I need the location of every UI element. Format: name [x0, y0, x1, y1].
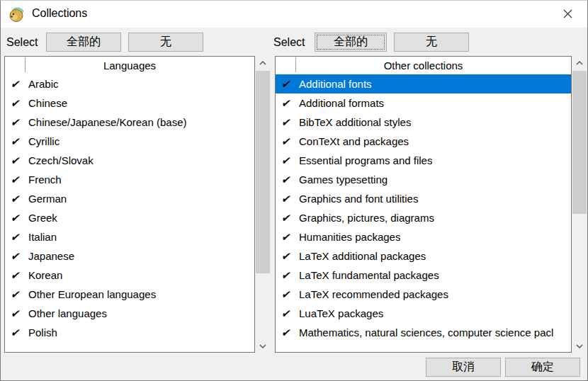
- list-row[interactable]: ✔ Cyrillic: [5, 132, 254, 151]
- right-select-all-button[interactable]: 全部的: [315, 33, 387, 52]
- window-title: Collections: [32, 7, 87, 20]
- left-select-none-button[interactable]: 无: [128, 33, 203, 52]
- scroll-up-icon[interactable]: [255, 56, 271, 69]
- list-row[interactable]: ✔ Graphics, pictures, diagrams: [276, 208, 571, 227]
- close-button[interactable]: [552, 1, 583, 26]
- check-icon: ✔: [5, 135, 25, 148]
- row-label: LaTeX fundamental packages: [295, 269, 439, 281]
- check-icon: ✔: [5, 231, 25, 244]
- check-icon: ✔: [276, 307, 295, 320]
- row-label: Mathematics, natural sciences, computer …: [295, 326, 553, 339]
- list-row[interactable]: ✔ Additional formats: [276, 93, 571, 113]
- scroll-up-icon[interactable]: [572, 56, 587, 69]
- list-row[interactable]: ✔ LaTeX recommended packages: [276, 285, 571, 304]
- row-label: German: [25, 193, 67, 205]
- list-row[interactable]: ✔ Essential programs and files: [276, 151, 571, 170]
- other-collections-scrollbar[interactable]: [572, 56, 587, 353]
- check-icon: ✔: [5, 193, 25, 205]
- other-collections-list: Other collections ✔ Additional fonts ✔ A…: [275, 56, 572, 353]
- check-icon: ✔: [5, 250, 25, 263]
- list-row[interactable]: ✔ Other languages: [5, 304, 254, 323]
- scrollbar-thumb[interactable]: [572, 71, 587, 214]
- row-label: Cyrillic: [25, 135, 60, 147]
- check-icon: ✔: [276, 269, 295, 282]
- other-collections-header-label: Other collections: [276, 59, 571, 72]
- list-row[interactable]: ✔ Greek: [5, 208, 254, 227]
- left-select-label: Select: [6, 36, 38, 49]
- left-select-all-button[interactable]: 全部的: [46, 33, 121, 52]
- row-label: LuaTeX packages: [295, 307, 383, 319]
- row-label: Graphics, pictures, diagrams: [295, 212, 434, 224]
- row-label: LaTeX recommended packages: [295, 288, 448, 300]
- list-row[interactable]: ✔ LaTeX fundamental packages: [276, 266, 571, 285]
- languages-header-label: Languages: [5, 59, 254, 72]
- title-bar: Collections: [1, 1, 587, 28]
- list-row[interactable]: ✔ Polish: [5, 323, 254, 342]
- texlive-lion-icon: [8, 6, 26, 23]
- list-row[interactable]: ✔ French: [5, 170, 254, 189]
- languages-scrollbar[interactable]: [255, 56, 271, 353]
- check-icon: ✔: [276, 212, 295, 224]
- row-label: Chinese/Japanese/Korean (base): [25, 116, 186, 128]
- scrollbar-thumb[interactable]: [256, 71, 270, 273]
- row-label: Other languages: [25, 307, 107, 319]
- scroll-down-icon[interactable]: [572, 339, 587, 353]
- close-icon: [563, 9, 572, 18]
- row-label: Polish: [25, 326, 57, 339]
- check-icon: ✔: [276, 231, 295, 244]
- list-row[interactable]: ✔ Japanese: [5, 246, 254, 266]
- list-row[interactable]: ✔ Arabic: [5, 74, 254, 93]
- list-row[interactable]: ✔ Chinese: [5, 93, 254, 113]
- list-row[interactable]: ✔ Italian: [5, 227, 254, 246]
- row-label: Czech/Slovak: [25, 154, 94, 166]
- list-row[interactable]: ✔ Korean: [5, 266, 254, 285]
- check-icon: ✔: [276, 154, 295, 167]
- check-icon: ✔: [276, 135, 295, 148]
- list-row[interactable]: ✔ Mathematics, natural sciences, compute…: [276, 323, 571, 342]
- list-row[interactable]: ✔ ConTeXt and packages: [276, 132, 571, 151]
- column-separator: [25, 57, 26, 72]
- list-row[interactable]: ✔ LuaTeX packages: [276, 304, 571, 323]
- row-label: Arabic: [25, 78, 59, 90]
- check-icon: ✔: [5, 212, 25, 224]
- row-label: BibTeX additional styles: [295, 116, 411, 128]
- right-select-none-button[interactable]: 无: [394, 33, 469, 52]
- check-icon: ✔: [276, 193, 295, 205]
- row-label: Games typesetting: [295, 174, 388, 186]
- check-icon: ✔: [5, 97, 25, 110]
- row-label: Korean: [25, 269, 62, 281]
- list-row[interactable]: ✔ Chinese/Japanese/Korean (base): [5, 113, 254, 132]
- check-icon: ✔: [276, 97, 295, 110]
- list-row[interactable]: ✔ Games typesetting: [276, 170, 571, 189]
- row-label: Greek: [25, 212, 57, 224]
- scroll-down-icon[interactable]: [255, 339, 271, 353]
- check-icon: ✔: [5, 288, 25, 301]
- right-select-label: Select: [273, 36, 305, 49]
- languages-list: Languages ✔ Arabic ✔ Chinese ✔ Chinese/J…: [4, 56, 255, 353]
- collections-dialog: Collections Select 全部的 无 Select 全部的 无 La…: [0, 0, 588, 381]
- check-icon: ✔: [5, 78, 25, 91]
- row-label: Graphics and font utilities: [295, 193, 418, 205]
- check-icon: ✔: [276, 116, 295, 129]
- list-row[interactable]: ✔ Czech/Slovak: [5, 151, 254, 170]
- check-icon: ✔: [276, 288, 295, 301]
- check-icon: ✔: [5, 269, 25, 282]
- list-row[interactable]: ✔ Graphics and font utilities: [276, 189, 571, 208]
- row-label: Japanese: [25, 250, 74, 262]
- row-label: Italian: [25, 231, 57, 243]
- list-row[interactable]: ✔ BibTeX additional styles: [276, 113, 571, 132]
- list-row[interactable]: ✔ Additional fonts: [276, 74, 571, 93]
- check-icon: ✔: [276, 250, 295, 263]
- row-label: Additional fonts: [295, 78, 372, 90]
- list-row[interactable]: ✔ LaTeX additional packages: [276, 246, 571, 266]
- check-icon: ✔: [5, 116, 25, 129]
- other-collections-header: Other collections: [276, 57, 571, 74]
- check-icon: ✔: [5, 326, 25, 339]
- list-row[interactable]: ✔ Humanities packages: [276, 227, 571, 246]
- list-row[interactable]: ✔ German: [5, 189, 254, 208]
- row-label: Humanities packages: [295, 231, 400, 243]
- cancel-button[interactable]: 取消: [426, 358, 501, 377]
- row-label: French: [25, 174, 62, 186]
- ok-button[interactable]: 确定: [505, 358, 580, 377]
- list-row[interactable]: ✔ Other European languages: [5, 285, 254, 304]
